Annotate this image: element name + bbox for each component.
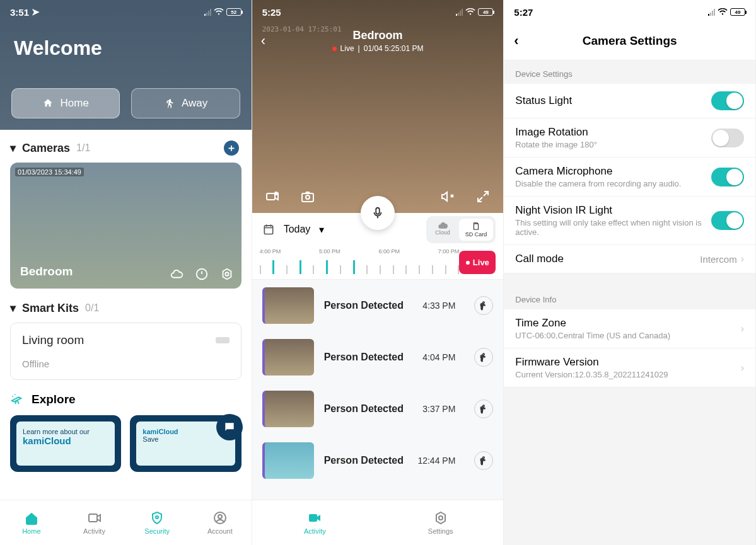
- kit-card[interactable]: Living room Offline: [10, 323, 241, 380]
- screen-activity: 5:25 49 2023-01-04 17:25:01 ‹ Bedroom Li…: [252, 0, 504, 545]
- microphone-toggle[interactable]: [711, 168, 744, 186]
- home-icon: [42, 98, 54, 109]
- hub-icon: [216, 337, 230, 343]
- cameras-header[interactable]: ▾ Cameras 1/1 ＋: [10, 141, 241, 155]
- section-device-info: Device Info: [504, 286, 755, 309]
- row-image-rotation[interactable]: Image Rotation Rotate the image 180°: [504, 118, 755, 158]
- row-firmware[interactable]: Firmware Version Current Version:12.0.35…: [504, 348, 755, 387]
- svg-rect-12: [264, 226, 272, 234]
- microphone-title: Camera Microphone: [515, 165, 711, 178]
- screen-home: 3:51 ➤ 52 Welcome Home: [0, 0, 252, 545]
- svg-point-6: [218, 515, 222, 519]
- tabbar: Activity Settings: [252, 500, 504, 545]
- mode-home-button[interactable]: Home: [11, 88, 120, 118]
- cameras-label: Cameras: [22, 142, 70, 155]
- svg-point-2: [225, 272, 229, 276]
- smartkits-header[interactable]: ▾ Smart Kits 0/1: [10, 301, 241, 315]
- svg-rect-17: [309, 514, 317, 522]
- welcome-title: Welcome: [14, 37, 102, 60]
- tab-home-label: Home: [22, 527, 40, 535]
- person-icon: [474, 296, 493, 315]
- camera-card[interactable]: 01/03/2023 15:34:49 Bedroom: [10, 163, 241, 289]
- svg-point-10: [306, 195, 310, 199]
- event-time: 4:33 PM: [422, 301, 455, 311]
- fullscreen-icon[interactable]: [475, 189, 491, 204]
- snapshot-icon[interactable]: [300, 189, 315, 204]
- call-mode-value: Intercom: [700, 254, 736, 265]
- row-timezone[interactable]: Time Zone UTC-06:00,Central Time (US and…: [504, 309, 755, 348]
- row-call-mode[interactable]: Call mode Intercom ›: [504, 245, 755, 273]
- event-row[interactable]: Person Detected 12:44 PM: [252, 435, 504, 486]
- live-button[interactable]: Live: [459, 251, 496, 274]
- event-row[interactable]: Person Detected 4:33 PM: [252, 280, 504, 331]
- battery-icon: 49: [478, 8, 493, 16]
- page-title: Camera Settings: [583, 34, 677, 48]
- smartkits-count: 0/1: [85, 302, 99, 314]
- row-status-light[interactable]: Status Light: [504, 84, 755, 118]
- date-today-label[interactable]: Today: [284, 224, 311, 235]
- tab-activity[interactable]: Activity: [252, 500, 378, 545]
- mode-away-label: Away: [182, 97, 207, 110]
- caret-down-icon: ▾: [10, 301, 16, 315]
- explore-card-1[interactable]: Learn more about our kamiCloud: [10, 415, 121, 472]
- event-list: Person Detected 4:33 PM Person Detected …: [252, 280, 504, 500]
- live-dot-icon: [332, 47, 337, 51]
- status-bar: 5:27 49: [504, 0, 755, 21]
- live-pill-label: Live: [473, 258, 489, 267]
- event-label: Person Detected: [324, 352, 413, 363]
- smartkits-label: Smart Kits: [22, 302, 79, 315]
- storage-cloud-button[interactable]: Cloud: [429, 219, 457, 241]
- event-label: Person Detected: [324, 300, 413, 311]
- battery-icon: 52: [226, 8, 241, 16]
- mic-button[interactable]: [361, 196, 395, 230]
- tab-home[interactable]: Home: [0, 500, 63, 545]
- cloud-icon[interactable]: [170, 267, 183, 281]
- image-rotation-toggle[interactable]: [711, 129, 744, 147]
- camera-title: Bedroom: [252, 29, 504, 42]
- storage-sd-button[interactable]: SD Card: [459, 219, 494, 241]
- page-header: ‹ Camera Settings: [504, 21, 755, 60]
- row-night-vision[interactable]: Night Vision IR Light This setting will …: [504, 197, 755, 245]
- tab-settings[interactable]: Settings: [378, 500, 503, 545]
- tab-account[interactable]: Account: [189, 500, 252, 545]
- mute-icon[interactable]: [440, 189, 455, 204]
- alert-icon[interactable]: [195, 267, 209, 281]
- back-button[interactable]: ‹: [514, 33, 518, 49]
- night-vision-toggle[interactable]: [711, 211, 744, 230]
- event-thumb: [262, 339, 314, 376]
- away-icon: [164, 98, 175, 109]
- status-light-title: Status Light: [515, 95, 711, 107]
- mode-away-button[interactable]: Away: [131, 88, 240, 118]
- telescope-icon: [10, 393, 24, 406]
- add-camera-button[interactable]: ＋: [224, 141, 239, 156]
- status-time: 3:51: [10, 7, 29, 18]
- event-row[interactable]: Person Detected 4:04 PM: [252, 331, 504, 383]
- svg-rect-9: [302, 193, 313, 202]
- tab-security-label: Security: [144, 527, 170, 535]
- video-icon: [87, 510, 102, 525]
- status-light-toggle[interactable]: [711, 91, 744, 110]
- settings-icon[interactable]: [220, 267, 234, 281]
- row-microphone[interactable]: Camera Microphone Disable the camera fro…: [504, 158, 755, 197]
- event-thumb: [262, 391, 314, 427]
- explore-header: Explore: [10, 393, 241, 406]
- wifi-icon: [465, 8, 475, 16]
- status-bar: 3:51 ➤ 52: [0, 0, 252, 21]
- calendar-icon[interactable]: [262, 223, 275, 236]
- chat-button[interactable]: [216, 414, 243, 440]
- event-row[interactable]: Person Detected 3:37 PM: [252, 383, 504, 435]
- timeline-label: 6:00 PM: [378, 248, 400, 255]
- svg-rect-3: [89, 514, 97, 522]
- tab-settings-label: Settings: [428, 527, 453, 535]
- person-icon: [474, 399, 493, 418]
- live-timestamp: 01/04 5:25:01 PM: [364, 44, 424, 53]
- status-time: 5:25: [262, 7, 281, 18]
- tab-activity[interactable]: Activity: [63, 500, 126, 545]
- caret-down-icon[interactable]: ▾: [319, 224, 324, 236]
- timeline-label: 4:00 PM: [260, 248, 281, 255]
- tab-security[interactable]: Security: [125, 500, 189, 545]
- event-time: 12:44 PM: [417, 456, 455, 466]
- live-video[interactable]: 5:25 49 2023-01-04 17:25:01 ‹ Bedroom Li…: [252, 0, 504, 213]
- record-icon[interactable]: [265, 189, 280, 204]
- timeline[interactable]: 4:00 PM 5:00 PM 6:00 PM 7:00 PM Live: [252, 246, 504, 280]
